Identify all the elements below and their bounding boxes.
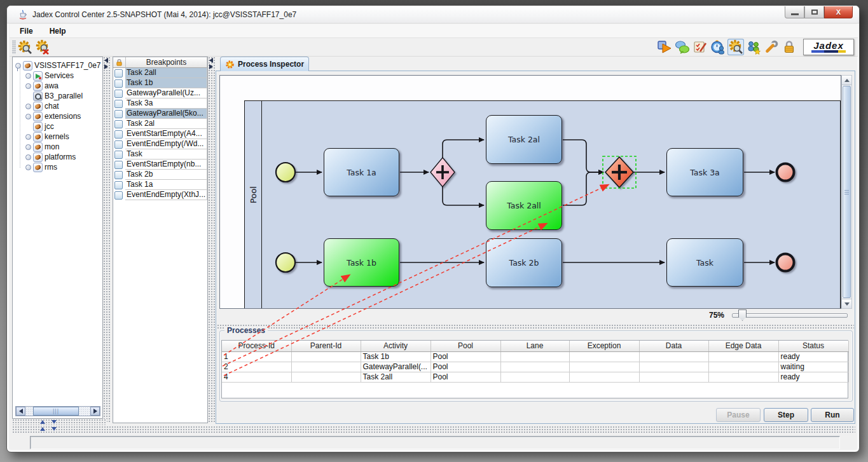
breakpoint-checkbox[interactable]: [114, 130, 123, 139]
breakpoint-checkbox[interactable]: [114, 79, 123, 88]
tree-item-jcc[interactable]: jcc: [13, 121, 102, 132]
tree-item-rms[interactable]: rms: [13, 162, 102, 172]
bpmn-task-1a[interactable]: Task 1a: [324, 148, 399, 196]
bpmn-gateway-split[interactable]: [431, 158, 455, 187]
process-cell[interactable]: [708, 372, 778, 382]
collapse-up-icon[interactable]: [40, 427, 45, 431]
simulation-icon[interactable]: [710, 39, 726, 55]
process-row[interactable]: 4Task 2allPoolready: [222, 372, 848, 382]
process-cell[interactable]: [639, 362, 708, 372]
breakpoint-checkbox[interactable]: [114, 140, 123, 149]
process-cell[interactable]: [569, 372, 639, 382]
bpmn-start-event-bottom[interactable]: [276, 253, 295, 272]
breakpoint-row[interactable]: Task 1b: [113, 78, 207, 88]
tree-collapse-handle[interactable]: [25, 104, 31, 109]
expand-right-icon[interactable]: [104, 64, 108, 69]
breakpoint-row[interactable]: EventEndEmpty(/Wd...: [113, 139, 207, 149]
column-header-process-id[interactable]: Process-Id: [222, 341, 291, 351]
column-header-activity[interactable]: Activity: [361, 341, 431, 351]
process-cell[interactable]: Pool: [431, 372, 500, 382]
process-cell[interactable]: [291, 351, 361, 362]
process-cell[interactable]: [708, 362, 778, 372]
remove-debug-component-icon[interactable]: [34, 39, 51, 55]
breakpoint-label[interactable]: GatewayParallel(Uz...: [125, 88, 207, 99]
tree-item-chat[interactable]: chat: [13, 101, 102, 111]
tree-item-mon[interactable]: mon: [13, 142, 102, 152]
tree-collapse-handle[interactable]: [25, 73, 31, 79]
bpmn-task[interactable]: Task: [666, 238, 743, 287]
breakpoint-checkbox[interactable]: [114, 181, 123, 189]
process-cell[interactable]: [708, 351, 778, 362]
breakpoint-row[interactable]: GatewayParallel(Uz...: [113, 88, 207, 99]
expand-down-icon[interactable]: [52, 420, 57, 424]
toolbar-grip[interactable]: [12, 40, 16, 54]
tree-collapse-handle[interactable]: [25, 144, 31, 150]
process-row[interactable]: 1Task 1bPoolready: [222, 351, 848, 362]
breakpoint-label[interactable]: Task 1a: [125, 180, 207, 190]
tree-collapse-handle[interactable]: [25, 114, 31, 119]
breakpoints-header[interactable]: Breakpoints: [126, 57, 207, 68]
breakpoint-label[interactable]: Task 1b: [125, 78, 207, 88]
bpmn-gateway-join-waiting[interactable]: [603, 156, 636, 188]
close-button[interactable]: X: [824, 6, 853, 18]
breakpoint-checkbox[interactable]: [114, 100, 123, 108]
breakpoint-label[interactable]: EventStartEmpty(nb...: [125, 160, 207, 170]
bpmn-task-2all[interactable]: Task 2all: [486, 181, 562, 230]
bpmn-task-3a[interactable]: Task 3a: [666, 148, 743, 196]
conversation-icon[interactable]: [674, 39, 691, 55]
scroll-down-icon[interactable]: [842, 299, 851, 308]
breakpoint-row[interactable]: Task: [113, 149, 207, 160]
breakpoint-row[interactable]: EventStartEmpty(A4...: [113, 129, 207, 139]
breakpoint-label[interactable]: GatewayParallel(5ko...: [125, 109, 207, 119]
breakpoint-row[interactable]: Task 2all: [113, 68, 207, 78]
zoom-slider-track[interactable]: [732, 313, 848, 318]
breakpoint-checkbox[interactable]: [114, 69, 123, 78]
minimize-button[interactable]: [785, 6, 804, 18]
column-header-parent-id[interactable]: Parent-Id: [291, 341, 361, 351]
breakpoint-checkbox[interactable]: [114, 151, 123, 159]
expand-down-icon[interactable]: [52, 427, 57, 431]
column-header-exception[interactable]: Exception: [569, 341, 639, 351]
process-cell[interactable]: Task 1b: [361, 351, 431, 362]
collapse-left-icon[interactable]: [104, 58, 108, 63]
bpmn-task-2al[interactable]: Task 2al: [486, 115, 562, 164]
column-header-status[interactable]: Status: [778, 341, 848, 351]
process-cell[interactable]: [639, 351, 708, 362]
process-cell[interactable]: 4: [222, 372, 291, 382]
process-cell[interactable]: [639, 372, 708, 382]
process-cell[interactable]: waiting: [778, 362, 848, 372]
tree-expand-handle[interactable]: [15, 63, 21, 69]
tree-item-platforms[interactable]: platforms: [13, 152, 102, 162]
process-cell[interactable]: Pool: [431, 351, 500, 362]
breakpoint-checkbox[interactable]: [114, 90, 123, 98]
tree-item-b3_parallel[interactable]: B3_parallel: [13, 91, 102, 101]
breakpoint-row[interactable]: Task 2b: [113, 170, 207, 180]
step-button[interactable]: Step: [764, 408, 808, 422]
process-cell[interactable]: [500, 351, 569, 362]
process-cell[interactable]: 1: [222, 351, 291, 362]
process-cell[interactable]: [500, 372, 569, 382]
breakpoint-checkbox[interactable]: [114, 191, 123, 200]
breakpoint-label[interactable]: EventEndEmpty(XthJ...: [125, 190, 207, 200]
breakpoint-label[interactable]: EventEndEmpty(/Wd...: [125, 139, 207, 149]
left-bottom-splitter[interactable]: [12, 419, 107, 425]
expand-right-icon[interactable]: [209, 64, 213, 69]
bpmn-start-event-top[interactable]: [276, 163, 295, 182]
diagram-scroll-thumb[interactable]: [843, 86, 851, 298]
tree-collapse-handle[interactable]: [25, 134, 31, 140]
column-header-edge-data[interactable]: Edge Data: [708, 341, 778, 351]
tab-process-inspector[interactable]: Process Inspector: [220, 57, 309, 71]
breakpoint-checkbox[interactable]: [114, 120, 123, 128]
breakpoint-label[interactable]: EventStartEmpty(A4...: [125, 129, 207, 139]
process-cell[interactable]: [569, 351, 639, 362]
test-center-icon[interactable]: [692, 39, 708, 55]
breakpoint-label[interactable]: Task 3a: [125, 99, 207, 109]
process-cell[interactable]: [291, 362, 361, 372]
security-lock-icon[interactable]: [781, 39, 797, 55]
process-cell[interactable]: GatewayParallel(...: [361, 362, 431, 372]
tree-collapse-handle[interactable]: [25, 154, 31, 160]
menu-help[interactable]: Help: [47, 25, 69, 37]
tree-item-awa[interactable]: awa: [13, 81, 102, 91]
tree-item-vsisstaff17_0e7[interactable]: VSISSTAFF17_0e7: [13, 60, 102, 71]
bpmn-task-2b[interactable]: Task 2b: [486, 238, 562, 287]
